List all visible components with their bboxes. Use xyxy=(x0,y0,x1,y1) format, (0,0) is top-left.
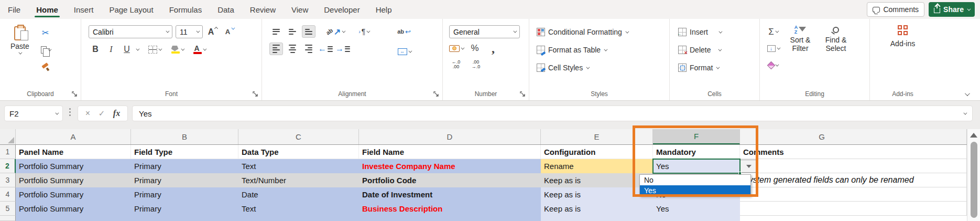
cell-c1[interactable]: Data Type xyxy=(238,145,359,159)
align-left-button[interactable] xyxy=(269,43,283,55)
cancel-icon[interactable]: × xyxy=(85,109,90,118)
expand-formula-bar-icon[interactable] xyxy=(963,111,967,114)
row-header-2-active[interactable]: 2 xyxy=(0,159,16,173)
format-cells-button[interactable]: Format xyxy=(678,61,759,75)
increase-indent-button[interactable]: → xyxy=(335,43,350,55)
enter-icon[interactable]: ✓ xyxy=(99,109,105,118)
tab-developer[interactable]: Developer xyxy=(316,0,367,19)
align-middle-button[interactable] xyxy=(286,25,299,38)
tab-help[interactable]: Help xyxy=(368,0,400,19)
orientation-button[interactable]: ab↗ xyxy=(326,25,344,38)
cell-dropdown-arrow-button[interactable] xyxy=(740,160,758,173)
column-header-f-selected[interactable]: F xyxy=(653,129,740,144)
sort-filter-button[interactable]: AZ Sort & Filter xyxy=(785,25,815,71)
font-color-button[interactable]: A xyxy=(192,43,205,56)
column-header-e[interactable]: E xyxy=(541,129,653,144)
cell-styles-button[interactable]: Cell Styles xyxy=(537,61,669,75)
accounting-format-button[interactable] xyxy=(449,42,463,55)
decrease-font-button[interactable]: A xyxy=(223,26,236,38)
row-header-3[interactable]: 3 xyxy=(0,173,16,187)
conditional-formatting-button[interactable]: Conditional Formatting xyxy=(537,25,669,39)
cell-b6[interactable] xyxy=(131,216,238,221)
fill-color-button[interactable] xyxy=(170,43,183,56)
fill-button[interactable]: ↓ xyxy=(766,42,780,55)
cell-f6[interactable] xyxy=(653,216,740,221)
percent-button[interactable]: % xyxy=(468,42,482,55)
cell-b4[interactable]: Primary xyxy=(131,187,238,202)
select-all-corner[interactable] xyxy=(0,129,16,144)
collapse-ribbon-icon[interactable] xyxy=(965,91,970,96)
cell-a2[interactable]: Portfolio Summary xyxy=(16,159,131,173)
font-size-select[interactable]: 11 xyxy=(176,25,203,38)
scrollbar-thumb[interactable] xyxy=(971,142,977,218)
cell-c5[interactable]: Text xyxy=(238,202,359,216)
font-family-select[interactable]: Calibri xyxy=(89,25,172,38)
cell-f1[interactable]: Mandatory xyxy=(653,145,740,159)
name-box[interactable]: F2 xyxy=(4,106,63,121)
clear-button[interactable] xyxy=(766,59,780,71)
tab-insert[interactable]: Insert xyxy=(66,0,102,19)
cell-d4[interactable]: Date of Investment xyxy=(359,187,541,202)
decrease-decimal-button[interactable]: .00 →.0 xyxy=(469,58,483,71)
cell-b1[interactable]: Field Type xyxy=(131,145,238,159)
decrease-indent-button[interactable]: ← xyxy=(318,43,333,55)
cell-c6[interactable] xyxy=(238,216,359,221)
cell-b2[interactable]: Primary xyxy=(131,159,238,173)
autosum-button[interactable]: Σ xyxy=(766,25,780,38)
cell-g6[interactable] xyxy=(740,216,967,221)
share-button[interactable]: Share xyxy=(929,2,975,17)
row-header-5[interactable]: 5 xyxy=(0,202,16,216)
tab-formulas[interactable]: Formulas xyxy=(161,0,210,19)
column-header-g[interactable]: G xyxy=(740,129,967,144)
tab-file[interactable]: File xyxy=(0,0,28,19)
cell-e6[interactable] xyxy=(541,216,653,221)
increase-decimal-button[interactable]: ←.0 .00 xyxy=(449,58,463,71)
cell-d2[interactable]: Investee Company Name xyxy=(359,159,541,173)
number-format-select[interactable]: General xyxy=(449,25,520,38)
cell-g5[interactable] xyxy=(740,202,967,216)
text-direction-button[interactable]: ›¶ xyxy=(357,25,371,38)
cell-d5[interactable]: Business Description xyxy=(359,202,541,216)
cell-a1[interactable]: Panel Name xyxy=(16,145,131,159)
tab-data[interactable]: Data xyxy=(210,0,242,19)
cell-e1[interactable]: Configuration xyxy=(541,145,653,159)
cell-a6[interactable] xyxy=(16,216,131,221)
insert-function-icon[interactable]: fx xyxy=(113,109,120,118)
column-header-d[interactable]: D xyxy=(359,129,541,144)
cell-e5[interactable]: Keep as is xyxy=(541,202,653,216)
cell-d1[interactable]: Field Name xyxy=(359,145,541,159)
underline-button[interactable]: U xyxy=(120,43,134,56)
cell-b3[interactable]: Primary xyxy=(131,173,238,187)
bold-button[interactable]: B xyxy=(89,43,102,56)
cell-g1[interactable]: Comments xyxy=(740,145,967,159)
tab-view[interactable]: View xyxy=(284,0,316,19)
row-header-4[interactable]: 4 xyxy=(0,187,16,202)
column-header-b[interactable]: B xyxy=(131,129,238,144)
clipboard-dialog-launcher-icon[interactable] xyxy=(72,91,78,97)
merge-center-button[interactable]: ↔ xyxy=(397,45,411,58)
align-right-button[interactable] xyxy=(302,43,315,55)
scroll-up-arrow-icon[interactable] xyxy=(970,133,977,138)
cell-e2[interactable]: Rename xyxy=(541,159,653,173)
number-dialog-launcher-icon[interactable] xyxy=(520,91,526,97)
comments-button[interactable]: Comments xyxy=(867,2,924,17)
cell-d3[interactable]: Portfolio Code xyxy=(359,173,541,187)
italic-button[interactable]: I xyxy=(104,43,118,56)
column-header-c[interactable]: C xyxy=(238,129,359,144)
alignment-dialog-launcher-icon[interactable] xyxy=(433,91,439,97)
cell-a4[interactable]: Portfolio Summary xyxy=(16,187,131,202)
cell-f5[interactable]: Yes xyxy=(653,202,740,216)
cut-button[interactable]: ✂ xyxy=(39,26,52,39)
align-top-button[interactable] xyxy=(269,25,283,38)
format-as-table-button[interactable]: Format as Table xyxy=(537,43,669,57)
font-dialog-launcher-icon[interactable] xyxy=(253,91,258,97)
find-select-button[interactable]: Find & Select xyxy=(821,25,851,71)
tab-review[interactable]: Review xyxy=(242,0,284,19)
delete-cells-button[interactable]: × Delete xyxy=(678,43,759,57)
tab-page-layout[interactable]: Page Layout xyxy=(101,0,161,19)
wrap-text-button[interactable]: ab↩ xyxy=(397,25,411,38)
paste-button[interactable]: Paste xyxy=(6,25,34,73)
cell-d6[interactable] xyxy=(359,216,541,221)
dropdown-option-yes-selected[interactable]: Yes xyxy=(640,185,750,196)
insert-cells-button[interactable]: ← Insert xyxy=(678,25,759,39)
